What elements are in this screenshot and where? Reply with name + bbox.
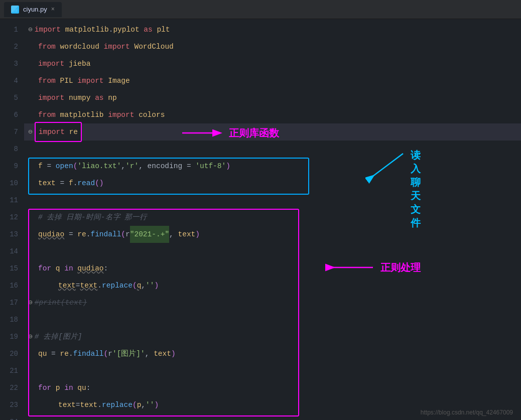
kw-from-4: from (38, 72, 56, 89)
code-10a: = (56, 175, 69, 192)
code-1 (61, 21, 65, 38)
line-num-24: 24 (4, 413, 18, 420)
code-line-3: import jieba (24, 55, 521, 72)
code-3a (64, 55, 69, 72)
watermark: https://blog.csdn.net/qq_42467009 (421, 409, 513, 416)
code-1c (140, 21, 144, 38)
code-15c (73, 260, 78, 277)
line-num-19: 19 (4, 328, 18, 345)
func-open: open (56, 158, 73, 175)
code-23b: . (97, 396, 102, 413)
code-16c: , (141, 277, 146, 294)
paren-16b: ) (154, 277, 159, 294)
var-text2: text (178, 226, 196, 243)
line-num-18: 18 (4, 311, 18, 328)
svg-text:py: py (13, 8, 18, 12)
code-1b: . (109, 21, 113, 38)
file-tab[interactable]: py ciyun.py × (4, 2, 62, 17)
kw-import-4: import (77, 72, 103, 89)
kw-in-15: in (64, 260, 73, 277)
code-line-18 (24, 311, 521, 328)
code-line-11 (24, 192, 521, 209)
code-22b (60, 379, 65, 396)
var-re: re (77, 226, 86, 243)
paren-23b: ) (154, 396, 159, 413)
func-replace: replace (102, 277, 133, 294)
line-num-4: 4 (4, 72, 18, 89)
var-np: np (108, 89, 116, 106)
comment-19: # 去掉[图片] (35, 328, 82, 345)
str-empty2: '' (146, 396, 154, 413)
str-empty: '' (146, 277, 154, 294)
paren-20a: ( (104, 345, 108, 362)
var-f2: f (69, 175, 73, 192)
code-13d: , (169, 226, 178, 243)
code-2c (130, 38, 135, 55)
module-numpy: numpy (69, 89, 91, 106)
code-line-12: # 去掉 日期-时间-名字 那一行 (24, 209, 521, 226)
paren-13b: ) (195, 226, 200, 243)
line-num-6: 6 (4, 106, 18, 123)
code-9b: , (121, 158, 125, 175)
fold-19: ⊖ (28, 328, 33, 345)
kw-as-5: as (95, 89, 103, 106)
code-13b: . (86, 226, 91, 243)
kw-for-15: for (38, 260, 51, 277)
func-read: read (77, 175, 95, 192)
line-num-8: 8 (4, 141, 18, 158)
code-15b (60, 260, 65, 277)
code-5b (90, 89, 95, 106)
module-matplotlib2: matplotlib (60, 106, 104, 123)
var-qu: qu (38, 345, 47, 362)
module-re: re (69, 123, 78, 141)
code-area: 1 2 3 4 5 6 7 8 9 10 11 12 13 14 15 16 1… (0, 19, 521, 420)
code-22a (51, 379, 56, 396)
str-liao: 'liao.txt' (77, 158, 121, 175)
code-23a: = (76, 396, 80, 413)
module-wordcloud2: WordCloud (134, 38, 173, 55)
fold-17: ⊖ (28, 294, 33, 311)
code-6c (134, 106, 139, 123)
paren-10: () (95, 175, 103, 192)
line-num-21: 21 (4, 362, 18, 379)
line-num-7: 7 (4, 123, 18, 141)
code-line-16: text=text.replace(q,'') (24, 277, 521, 294)
line-num-10: 10 (4, 175, 18, 192)
code-13a: = (64, 226, 77, 243)
tab-close-button[interactable]: × (51, 7, 55, 13)
var-qudiao2: qudiao (77, 260, 103, 277)
line-num-5: 5 (4, 89, 18, 106)
var-p2: p (137, 396, 142, 413)
line-num-3: 3 (4, 55, 18, 72)
kw-import-3: import (38, 55, 64, 72)
module-colors: colors (139, 106, 165, 123)
title-bar: py ciyun.py × (0, 0, 521, 19)
code-20c: r (108, 345, 112, 362)
var-text5: text (154, 345, 171, 362)
code-5a (64, 89, 69, 106)
var-text: text (38, 175, 56, 192)
line-numbers: 1 2 3 4 5 6 7 8 9 10 11 12 13 14 15 16 1… (0, 19, 24, 420)
code-line-22: for p in qu: (24, 379, 521, 396)
tab-filename: ciyun.py (23, 6, 47, 13)
code-1d (153, 21, 157, 38)
code-line-10: text = f.read() (24, 175, 521, 192)
func-replace2: replace (102, 396, 133, 413)
paren-13a: ( (121, 226, 125, 243)
fold-7: ⊖ (28, 123, 33, 141)
kw-from-2: from (38, 38, 56, 55)
kw-for-22: for (38, 379, 51, 396)
module-matplotlib: matplotlib (65, 21, 109, 38)
func-findall2: findall (73, 345, 104, 362)
line-num-9: 9 (4, 158, 18, 175)
kw-import-1: import (35, 21, 61, 38)
paren-9b: ) (226, 158, 230, 175)
line-num-16: 16 (4, 277, 18, 294)
module-pil: PIL (60, 72, 73, 89)
code-line-2: from wordcloud import WordCloud (24, 38, 521, 55)
var-text6: text (58, 396, 76, 413)
kw-as-1: as (144, 21, 152, 38)
code-5c (104, 89, 108, 106)
var-plt: plt (157, 21, 170, 38)
code-line-17: ⊖#print(text) (24, 294, 521, 311)
